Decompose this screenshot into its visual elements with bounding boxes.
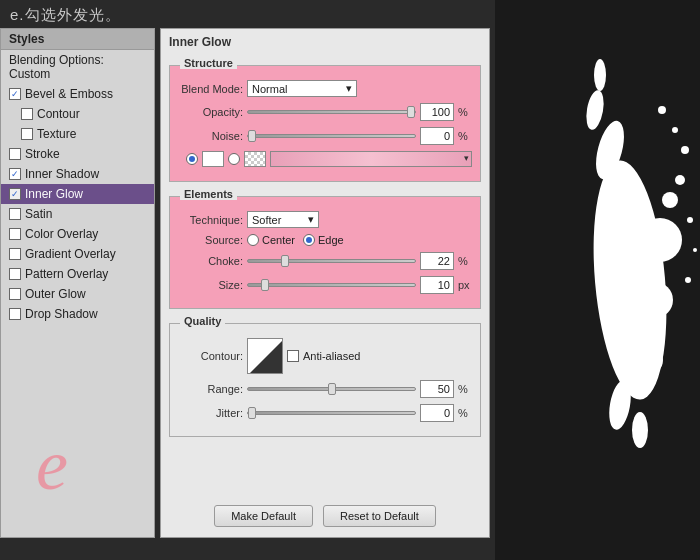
bevel-checkbox[interactable]: ✓ <box>9 88 21 100</box>
size-value[interactable]: 10 <box>420 276 454 294</box>
choke-slider[interactable] <box>247 259 416 263</box>
structure-title: Structure <box>180 57 237 69</box>
pattern-overlay-label: Pattern Overlay <box>25 267 108 281</box>
transparent-swatch[interactable] <box>244 151 266 167</box>
blend-mode-row: Blend Mode: Normal ▾ <box>178 80 472 97</box>
technique-select[interactable]: Softer ▾ <box>247 211 319 228</box>
anti-alias-label: Anti-aliased <box>303 350 360 362</box>
source-center-radio[interactable] <box>247 234 259 246</box>
source-edge-option[interactable]: Edge <box>303 234 344 246</box>
contour-label: Contour: <box>178 350 243 362</box>
jitter-label: Jitter: <box>178 407 243 419</box>
elements-title: Elements <box>180 188 237 200</box>
texture-checkbox[interactable] <box>21 128 33 140</box>
white-color-swatch[interactable] <box>202 151 224 167</box>
svg-point-4 <box>594 59 606 91</box>
sidebar-item-outer-glow[interactable]: Outer Glow <box>1 284 154 304</box>
make-default-button[interactable]: Make Default <box>214 505 313 527</box>
choke-row: Choke: 22 % <box>178 252 472 270</box>
sidebar-item-blending[interactable]: Blending Options: Custom <box>1 50 154 84</box>
sidebar-item-bevel[interactable]: ✓ Bevel & Emboss <box>1 84 154 104</box>
noise-unit: % <box>458 130 472 142</box>
noise-value[interactable]: 0 <box>420 127 454 145</box>
solid-color-radio[interactable] <box>186 153 198 165</box>
inner-shadow-label: Inner Shadow <box>25 167 99 181</box>
noise-row: Noise: 0 % <box>178 127 472 145</box>
svg-point-7 <box>633 345 663 375</box>
anti-alias-row: Anti-aliased <box>287 350 360 362</box>
pink-letter: e <box>36 424 68 507</box>
sidebar-item-contour[interactable]: Contour <box>1 104 154 124</box>
blend-mode-label: Blend Mode: <box>178 83 243 95</box>
outer-glow-checkbox[interactable] <box>9 288 21 300</box>
jitter-slider[interactable] <box>247 411 416 415</box>
right-area <box>495 0 700 560</box>
range-value[interactable]: 50 <box>420 380 454 398</box>
quality-title: Quality <box>180 315 225 327</box>
contour-checkbox[interactable] <box>21 108 33 120</box>
reset-button[interactable]: Reset to Default <box>323 505 436 527</box>
opacity-value[interactable]: 100 <box>420 103 454 121</box>
styles-panel-title: Styles <box>1 29 154 50</box>
sidebar-item-color-overlay[interactable]: Color Overlay <box>1 224 154 244</box>
svg-point-8 <box>662 192 678 208</box>
opacity-slider[interactable] <box>247 110 416 114</box>
technique-arrow-icon: ▾ <box>308 213 314 226</box>
choke-label: Choke: <box>178 255 243 267</box>
technique-row: Technique: Softer ▾ <box>178 211 472 228</box>
contour-label: Contour <box>37 107 80 121</box>
satin-checkbox[interactable] <box>9 208 21 220</box>
bottom-buttons: Make Default Reset to Default <box>161 505 489 527</box>
source-row: Source: Center Edge <box>178 234 472 246</box>
sidebar-item-inner-shadow[interactable]: ✓ Inner Shadow <box>1 164 154 184</box>
svg-point-9 <box>675 175 685 185</box>
gradient-bar[interactable]: ▾ <box>270 151 472 167</box>
size-unit: px <box>458 279 472 291</box>
inner-glow-checkbox[interactable]: ✓ <box>9 188 21 200</box>
inner-shadow-checkbox[interactable]: ✓ <box>9 168 21 180</box>
color-row: ▾ <box>178 151 472 167</box>
stroke-checkbox[interactable] <box>9 148 21 160</box>
technique-value: Softer <box>252 214 281 226</box>
size-slider[interactable] <box>247 283 416 287</box>
panel-header: Inner Glow <box>161 29 489 51</box>
splash-decoration <box>500 50 700 510</box>
range-unit: % <box>458 383 472 395</box>
svg-point-16 <box>693 248 697 252</box>
gradient-color-radio[interactable] <box>228 153 240 165</box>
sidebar-item-gradient-overlay[interactable]: Gradient Overlay <box>1 244 154 264</box>
opacity-label: Opacity: <box>178 106 243 118</box>
jitter-value[interactable]: 0 <box>420 404 454 422</box>
source-center-option[interactable]: Center <box>247 234 295 246</box>
structure-section: Structure Blend Mode: Normal ▾ Opacity: … <box>169 65 481 182</box>
pattern-overlay-checkbox[interactable] <box>9 268 21 280</box>
drop-shadow-checkbox[interactable] <box>9 308 21 320</box>
blend-mode-select[interactable]: Normal ▾ <box>247 80 357 97</box>
sidebar-item-texture[interactable]: Texture <box>1 124 154 144</box>
choke-value[interactable]: 22 <box>420 252 454 270</box>
contour-row: Contour: Anti-aliased <box>178 338 472 374</box>
svg-point-10 <box>681 146 689 154</box>
range-slider[interactable] <box>247 387 416 391</box>
top-label: e.勾选外发光。 <box>10 6 121 25</box>
color-overlay-label: Color Overlay <box>25 227 98 241</box>
gradient-overlay-checkbox[interactable] <box>9 248 21 260</box>
jitter-unit: % <box>458 407 472 419</box>
color-overlay-checkbox[interactable] <box>9 228 21 240</box>
sidebar-item-pattern-overlay[interactable]: Pattern Overlay <box>1 264 154 284</box>
sidebar-item-inner-glow[interactable]: ✓ Inner Glow <box>1 184 154 204</box>
sidebar-item-satin[interactable]: Satin <box>1 204 154 224</box>
sidebar-item-stroke[interactable]: Stroke <box>1 144 154 164</box>
svg-point-3 <box>584 89 607 131</box>
noise-slider[interactable] <box>247 134 416 138</box>
styles-panel: Styles Blending Options: Custom ✓ Bevel … <box>0 28 155 538</box>
inner-glow-label: Inner Glow <box>25 187 83 201</box>
anti-alias-checkbox[interactable] <box>287 350 299 362</box>
svg-point-12 <box>658 106 666 114</box>
sidebar-item-drop-shadow[interactable]: Drop Shadow <box>1 304 154 324</box>
size-row: Size: 10 px <box>178 276 472 294</box>
choke-unit: % <box>458 255 472 267</box>
source-edge-radio[interactable] <box>303 234 315 246</box>
contour-preview[interactable] <box>247 338 283 374</box>
bevel-label: Bevel & Emboss <box>25 87 113 101</box>
